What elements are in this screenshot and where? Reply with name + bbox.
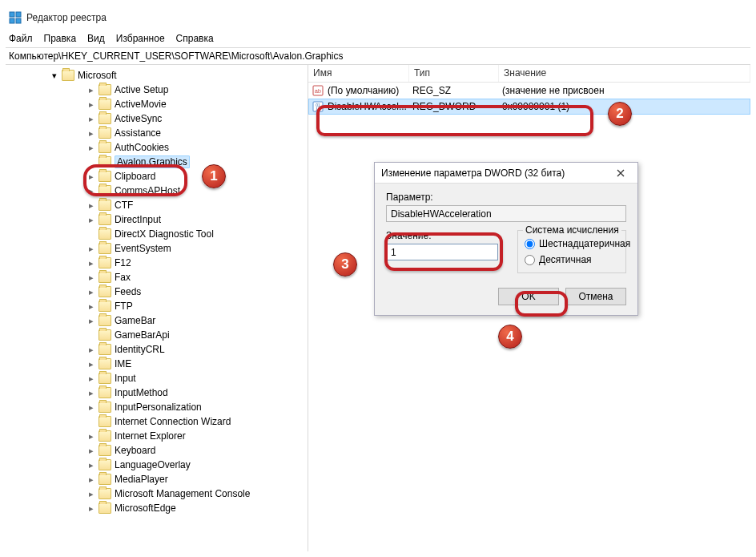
menu-help[interactable]: Справка — [176, 33, 214, 44]
col-value[interactable]: Значение — [499, 65, 750, 82]
tree-item[interactable]: IME — [6, 357, 308, 371]
tree-label: Clipboard — [115, 171, 155, 182]
tree-item[interactable]: DirectInput — [6, 212, 308, 227]
address-bar[interactable]: Компьютер\HKEY_CURRENT_USER\SOFTWARE\Mic… — [6, 47, 750, 65]
tree-label: ActiveSync — [115, 113, 162, 124]
expander-icon[interactable] — [86, 272, 97, 283]
tree-item[interactable]: MicrosoftEdge — [6, 501, 308, 515]
expander-icon[interactable] — [86, 127, 97, 139]
tree-label: Internet Explorer — [115, 430, 186, 442]
tree-item[interactable]: CTF — [6, 198, 308, 212]
expander-icon[interactable] — [86, 430, 97, 442]
tree-label: Microsoft — [78, 70, 117, 81]
folder-icon — [99, 257, 111, 268]
tree-item[interactable]: GameBarApi — [6, 328, 308, 342]
tree-item[interactable]: CommsAPHost — [6, 184, 308, 198]
expander-icon[interactable] — [86, 243, 97, 254]
tree-item[interactable]: Internet Connection Wizard — [6, 414, 308, 429]
base-label: Система исчисления — [523, 224, 621, 236]
tree-item[interactable]: ActiveSync — [6, 111, 308, 126]
tree-item[interactable]: LanguageOverlay — [6, 458, 308, 472]
tree-item[interactable]: F12 — [6, 256, 308, 270]
value-input[interactable] — [386, 244, 498, 260]
list-header: Имя Тип Значение — [308, 65, 750, 83]
expander-icon[interactable] — [86, 459, 97, 470]
expander-icon[interactable] — [86, 99, 97, 110]
menu-edit[interactable]: Правка — [44, 33, 77, 44]
expander-icon[interactable] — [86, 113, 97, 124]
tree-item[interactable]: DirectX Diagnostic Tool — [6, 227, 308, 241]
expander-icon[interactable] — [86, 402, 97, 413]
tree-item[interactable]: Avalon.Graphics — [6, 155, 308, 169]
tree-label: MicrosoftEdge — [115, 503, 176, 514]
tree-item[interactable]: MediaPlayer — [6, 472, 308, 486]
tree-item[interactable]: Keyboard — [6, 443, 308, 458]
binary-icon: 0110 — [312, 100, 324, 113]
expander-icon[interactable] — [86, 257, 97, 268]
svg-rect-2 — [10, 18, 14, 23]
tree-label: ActiveMovie — [115, 99, 167, 110]
tree-label: InputPersonalization — [115, 402, 202, 413]
ok-button[interactable]: OK — [498, 288, 559, 305]
tree-item[interactable]: FTP — [6, 299, 308, 313]
list-row[interactable]: ab(По умолчанию)REG_SZ(значение не присв… — [308, 83, 750, 99]
tree-item[interactable]: Active Setup — [6, 83, 308, 97]
expander-icon[interactable] — [86, 358, 97, 369]
tree-label: GameBarApi — [115, 329, 170, 341]
tree-item[interactable]: Feeds — [6, 285, 308, 299]
folder-icon — [99, 430, 111, 442]
folder-icon — [99, 171, 111, 182]
tree-label: Input — [115, 373, 136, 384]
radio-hex[interactable]: Шестнадцатеричная — [525, 236, 619, 252]
expander-icon[interactable] — [86, 214, 97, 225]
tree-item[interactable]: Assistance — [6, 126, 308, 140]
expander-icon[interactable] — [86, 185, 97, 196]
folder-icon — [99, 84, 111, 95]
expander-icon[interactable] — [86, 445, 97, 456]
expander-icon[interactable] — [86, 286, 97, 297]
menu-view[interactable]: Вид — [87, 33, 105, 44]
tree-item[interactable]: IdentityCRL — [6, 342, 308, 357]
tree-item[interactable]: Fax — [6, 270, 308, 285]
expander-icon[interactable] — [86, 387, 97, 398]
folder-icon — [99, 416, 111, 427]
expander-icon[interactable] — [86, 344, 97, 355]
tree-item[interactable]: Microsoft Management Console — [6, 486, 308, 501]
expander-icon[interactable] — [86, 301, 97, 312]
tree-panel[interactable]: MicrosoftActive SetupActiveMovieActiveSy… — [6, 65, 308, 551]
tree-item[interactable]: Clipboard — [6, 169, 308, 184]
tree-item[interactable]: EventSystem — [6, 241, 308, 256]
col-type[interactable]: Тип — [409, 65, 499, 82]
expander-icon[interactable] — [86, 171, 97, 182]
edit-dword-dialog: Изменение параметра DWORD (32 бита) Пара… — [374, 162, 638, 316]
tree-item[interactable]: GameBar — [6, 313, 308, 328]
tree-item[interactable]: ActiveMovie — [6, 97, 308, 111]
expander-icon[interactable] — [86, 474, 97, 485]
tree-label: Keyboard — [115, 445, 155, 456]
folder-icon — [99, 402, 111, 413]
radio-dec[interactable]: Десятичная — [525, 252, 619, 268]
expander-icon[interactable] — [49, 70, 60, 81]
expander-icon[interactable] — [86, 488, 97, 499]
tree-label: Internet Connection Wizard — [115, 416, 231, 427]
close-icon[interactable] — [610, 165, 631, 181]
tree-item[interactable]: AuthCookies — [6, 140, 308, 155]
expander-icon[interactable] — [86, 200, 97, 211]
tree-item-root[interactable]: Microsoft — [6, 68, 308, 83]
tree-label: IME — [115, 358, 131, 369]
tree-item[interactable]: Input — [6, 371, 308, 385]
expander-icon[interactable] — [86, 142, 97, 153]
col-name[interactable]: Имя — [308, 65, 409, 82]
cancel-button[interactable]: Отмена — [565, 288, 626, 305]
expander-icon[interactable] — [86, 315, 97, 326]
tree-item[interactable]: InputMethod — [6, 385, 308, 400]
tree-item[interactable]: Internet Explorer — [6, 429, 308, 443]
cell-name: (По умолчанию) — [328, 85, 412, 96]
expander-icon[interactable] — [86, 84, 97, 95]
menu-favorites[interactable]: Избранное — [116, 33, 165, 44]
expander-icon[interactable] — [86, 503, 97, 514]
menu-file[interactable]: Файл — [9, 33, 33, 44]
tree-item[interactable]: InputPersonalization — [6, 400, 308, 414]
list-row[interactable]: 0110DisableHWAccel...REG_DWORD0x00000001… — [308, 99, 750, 115]
expander-icon[interactable] — [86, 373, 97, 384]
